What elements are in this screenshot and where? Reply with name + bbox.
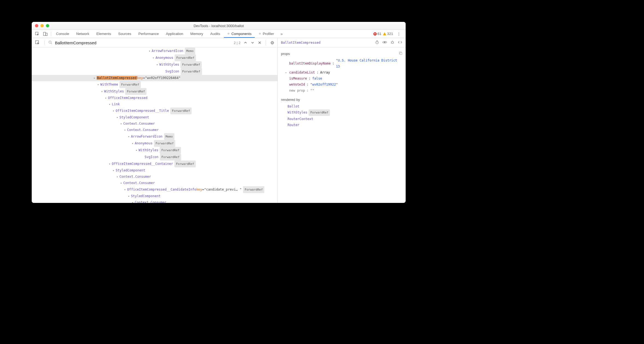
tree-row[interactable]: ▾WithStylesForwardRef xyxy=(32,61,277,68)
search-input[interactable] xyxy=(55,40,231,45)
warning-count[interactable]: 321 xyxy=(383,32,393,36)
clear-search-icon[interactable] xyxy=(257,41,262,44)
view-source-icon[interactable] xyxy=(398,40,402,45)
prop-row[interactable]: ▸candidateList: Array xyxy=(281,69,402,75)
rendered-by-item[interactable]: RouterContext xyxy=(288,116,402,122)
expand-arrow-icon[interactable]: ▾ xyxy=(97,81,99,88)
tab-memory[interactable]: Memory xyxy=(187,30,206,38)
tree-row[interactable]: ▾OfficeItemCompressed xyxy=(32,95,277,101)
maximize-window-button[interactable] xyxy=(46,24,49,27)
component-name: BallotItemCompressed xyxy=(96,75,137,81)
expand-arrow-icon[interactable]: ▾ xyxy=(124,186,126,193)
rendered-by-item[interactable]: Router xyxy=(288,122,402,128)
tree-row[interactable]: ▾Context.Consumer xyxy=(32,121,277,127)
device-toolbar-icon[interactable] xyxy=(42,30,49,38)
inspect-dom-icon[interactable] xyxy=(382,40,387,45)
tab-console[interactable]: Console xyxy=(53,30,72,38)
error-count[interactable]: ✕61 xyxy=(373,32,381,36)
new-prop-row[interactable]: new prop: "" xyxy=(281,88,402,94)
inspector-panel: BallotItemCompressed props ballotItemDis… xyxy=(278,38,406,203)
expand-arrow-icon[interactable]: ▾ xyxy=(93,75,96,81)
expand-arrow-icon[interactable]: ▾ xyxy=(135,147,138,153)
inspect-matching-icon[interactable] xyxy=(34,40,40,45)
tree-row[interactable]: ▾OfficeItemCompressed__ContainerForwardR… xyxy=(32,161,277,167)
tree-row[interactable]: ▾WithStylesForwardRef xyxy=(32,88,277,95)
expand-arrow-icon[interactable]: ▾ xyxy=(148,48,151,54)
settings-icon[interactable]: ⚙ xyxy=(270,40,275,45)
minimize-window-button[interactable] xyxy=(40,24,44,27)
close-window-button[interactable] xyxy=(35,24,38,27)
tree-row[interactable]: ▾Link xyxy=(32,101,277,107)
suspend-icon[interactable] xyxy=(375,40,379,45)
copy-props-icon[interactable] xyxy=(399,51,402,57)
tree-row[interactable]: ▾WithThemeForwardRef xyxy=(32,81,277,88)
expand-arrow-icon[interactable]: ▾ xyxy=(127,133,130,140)
rendered-by-item[interactable]: Ballot xyxy=(288,103,402,109)
search-match-count: 2 | 2 xyxy=(234,41,241,45)
prev-match-icon[interactable] xyxy=(243,41,248,44)
expand-arrow-icon[interactable]: ▾ xyxy=(120,180,122,186)
tree-row[interactable]: ▾AnonymousForwardRef xyxy=(32,54,277,61)
tab-components[interactable]: ⚛Components xyxy=(224,30,255,38)
expand-arrow-icon[interactable]: ▾ xyxy=(108,161,111,167)
tree-row[interactable]: ▾ArrowForwardIconMemo xyxy=(32,133,277,140)
expand-arrow-icon[interactable]: ▾ xyxy=(112,108,115,114)
debug-icon[interactable] xyxy=(390,40,394,45)
tab-sources[interactable]: Sources xyxy=(115,30,135,38)
prop-row[interactable]: weVoteId: "wv02off19922" xyxy=(281,81,402,88)
tree-row[interactable]: SvgIconForwardRef xyxy=(32,154,277,161)
tree-row[interactable]: ▾ArrowForwardIconMemo xyxy=(32,48,277,54)
settings-menu-icon[interactable]: ⋮ xyxy=(395,33,403,35)
tree-row[interactable]: ▾Context.Consumer xyxy=(32,174,277,180)
expand-arrow-icon[interactable]: ▾ xyxy=(116,114,119,121)
warning-icon xyxy=(383,32,386,35)
hoc-badge: Memo xyxy=(164,133,175,140)
tree-row[interactable]: SvgIconForwardRef xyxy=(32,68,277,75)
prop-row[interactable]: ballotItemDisplayName: "U.S. House Calif… xyxy=(281,57,402,69)
next-match-icon[interactable] xyxy=(250,41,255,44)
expand-arrow-icon[interactable]: ▾ xyxy=(108,101,111,107)
props-label: props xyxy=(281,51,290,57)
expand-arrow-icon[interactable]: ▾ xyxy=(156,62,159,68)
tree-row[interactable]: ▾WithStylesForwardRef xyxy=(32,147,277,154)
hoc-badge: ForwardRef xyxy=(160,154,181,161)
hoc-badge: ForwardRef xyxy=(309,109,330,116)
prop-value: false xyxy=(312,75,322,81)
tree-row[interactable]: ▾StyledComponent xyxy=(32,167,277,174)
tree-row[interactable]: ▾StyledComponent xyxy=(32,193,277,199)
more-tabs-icon[interactable]: » xyxy=(278,30,285,38)
expand-arrow-icon[interactable]: ▾ xyxy=(120,121,122,127)
expand-arrow-icon[interactable]: ▾ xyxy=(104,95,107,101)
tab-performance[interactable]: Performance xyxy=(135,30,162,38)
expand-arrow-icon[interactable]: ▾ xyxy=(127,193,130,199)
tree-row[interactable]: ▾Context.Consumer xyxy=(32,180,277,186)
tree-row[interactable]: ▾OfficeItemCompressed__TitleForwardRef xyxy=(32,107,277,114)
tab-label: Components xyxy=(231,32,251,36)
expand-arrow-icon[interactable]: ▾ xyxy=(131,140,134,147)
tab-elements[interactable]: Elements xyxy=(93,30,114,38)
component-tree[interactable]: ▾ArrowForwardIconMemo▾AnonymousForwardRe… xyxy=(32,48,277,203)
rendered-by-item[interactable]: WithStylesForwardRef xyxy=(288,109,402,116)
tree-row[interactable]: ▾OfficeItemCompressed__CandidateInfo key… xyxy=(32,186,277,193)
tree-row[interactable]: ▾AnonymousForwardRef xyxy=(32,140,277,147)
tab-network[interactable]: Network xyxy=(73,30,93,38)
tab-profiler[interactable]: ⚛Profiler xyxy=(255,30,277,38)
expand-arrow-icon[interactable]: ▾ xyxy=(112,167,115,174)
tree-row[interactable]: ▾StyledComponent xyxy=(32,114,277,121)
expand-arrow-icon[interactable]: ▾ xyxy=(116,174,119,180)
tree-row[interactable]: ▾Context.Consumer xyxy=(32,199,277,203)
tab-audits[interactable]: Audits xyxy=(207,30,223,38)
component-name: Context.Consumer xyxy=(123,121,155,127)
expand-arrow-icon[interactable]: ▾ xyxy=(152,55,155,61)
expand-arrow-icon[interactable]: ▾ xyxy=(131,199,134,203)
tab-application[interactable]: Application xyxy=(163,30,187,38)
tree-row[interactable]: ▾BallotItemCompressed key="wv02off199226… xyxy=(32,75,277,81)
expand-arrow-icon[interactable]: ▾ xyxy=(101,88,103,95)
component-name: OfficeItemCompressed__Title xyxy=(116,108,169,114)
expand-arrow-icon[interactable]: ▸ xyxy=(285,69,288,75)
select-element-icon[interactable] xyxy=(33,30,41,38)
prop-row[interactable]: isMeasure: false xyxy=(281,75,402,81)
prop-value: "U.S. House California District 13 xyxy=(336,57,402,69)
tree-row[interactable]: ▾Context.Consumer xyxy=(32,127,277,133)
expand-arrow-icon[interactable]: ▾ xyxy=(124,127,126,133)
